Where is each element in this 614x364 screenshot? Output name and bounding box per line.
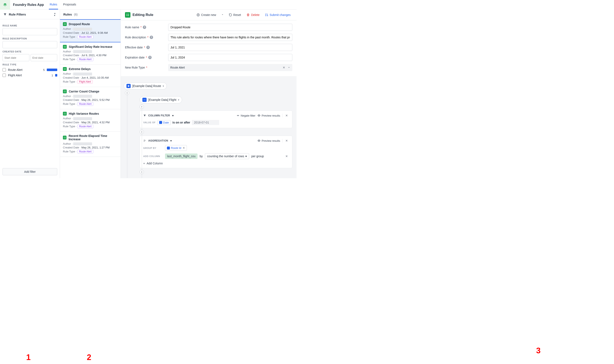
add-column-button[interactable]: + Add Column [143,162,163,165]
group-by-label: GROUP BY [143,147,162,149]
input-effective-date[interactable] [168,44,292,51]
rule-icon [63,112,67,116]
filter-end-date[interactable] [31,54,57,61]
rules-list: Dropped Route Author · Created Date · Ju… [60,19,121,178]
close-icon[interactable]: ✕ [285,139,289,142]
child-object-pill[interactable]: [Example Data] Flight ▾ [140,96,182,103]
svg-rect-7 [65,47,66,47]
step-title: COLUMN FILTER [148,114,170,117]
svg-rect-16 [64,113,65,113]
tab-proposals[interactable]: Proposals [62,0,77,9]
create-new-dropdown[interactable] [220,12,225,17]
delete-button[interactable]: Delete [245,12,261,17]
chevron-down-icon[interactable]: ▾ [170,139,172,142]
operator-text[interactable]: is on or after [172,121,190,124]
close-icon[interactable]: ✕ [285,114,289,117]
filter-option-flight-alert[interactable]: Flight Alert 1 [2,73,57,78]
filters-panel: Rule Filters RULE NAME RULE DESCRIPTION … [0,10,60,178]
select-new-rule-type[interactable]: Route Alert ✕ [168,64,292,71]
root-object-pill[interactable]: [Example Data] Route ▾ [124,82,167,90]
submit-changes-button[interactable]: Submit changes [263,12,292,17]
value-of-label: VALUE OF [143,121,156,124]
input-rule-name[interactable] [168,24,292,31]
help-icon[interactable]: ? [146,46,150,49]
type-label: Rule Type [63,35,75,38]
created-label: Created Date [63,121,79,124]
top-bar: Foundry Rules App Rules Proposals [0,0,297,10]
input-rule-description[interactable] [168,34,292,41]
aggregation-method-select[interactable]: counting the number of rows ▾ [205,153,249,159]
created-value: Jul 9, 2021, 4:30 PM [81,54,106,57]
label-rule-name: Rule name [125,26,139,29]
rule-item[interactable]: Dropped Route Author · Created Date · Ju… [60,19,121,42]
filter-option-label: Route Alert [8,68,41,72]
created-value: May 28, 2021, 5:52 PM [81,98,109,102]
plus-icon: + [143,162,145,165]
negate-filter-button[interactable]: Negate filter [236,114,255,117]
help-icon[interactable]: ? [148,56,152,59]
remove-icon[interactable]: ✕ [183,146,185,150]
collapse-icon[interactable] [53,13,56,16]
label-new-rule-type: New Rule Type [125,66,145,69]
created-label: Created Date [63,76,79,79]
chevron-down-icon[interactable]: ▾ [172,114,174,117]
rule-item[interactable]: Extreme Delays Author · Created Date · J… [60,65,121,87]
filter-label-rule-name: RULE NAME [2,24,57,27]
rule-type-tag: Route Alert [77,125,93,128]
column-name-input[interactable] [165,154,197,159]
filter-option-count: 5 [43,68,45,72]
tab-rules[interactable]: Rules [49,0,58,9]
rule-title: Significant Delay Rate Increase [69,45,112,48]
help-icon[interactable]: ? [150,36,153,39]
svg-rect-18 [65,113,66,113]
field-chip[interactable]: Date [157,120,171,125]
input-expiration-date[interactable] [168,54,292,61]
author-label: Author [63,142,71,145]
filter-icon [143,114,146,117]
svg-point-31 [267,15,268,16]
clear-icon[interactable]: ✕ [283,66,285,69]
rule-icon [63,22,67,26]
help-icon[interactable]: ? [143,26,146,29]
author-redacted [73,50,92,53]
rule-item[interactable]: High Variance Routes Author · Created Da… [60,109,121,132]
preview-results-button[interactable]: Preview results [258,114,280,117]
created-label: Created Date [63,54,79,57]
author-redacted [73,28,92,31]
filter-value[interactable]: 2018-07-01 [192,120,219,125]
filter-option-route-alert[interactable]: Route Alert 5 [2,67,57,73]
rule-item[interactable]: Recent Route Elapsed Time Increase Autho… [60,132,121,157]
rule-item[interactable]: Carrier Count Change Author · Created Da… [60,87,121,109]
by-label: by [200,155,203,158]
filter-input-rule-description[interactable] [2,41,57,48]
chevron-down-icon: ▾ [245,155,247,158]
checkbox-flight-alert[interactable] [2,74,6,77]
created-value: May 28, 2021, 4:32 PM [81,121,109,124]
checkbox-route-alert[interactable] [2,68,6,72]
preview-results-button[interactable]: Preview results [258,139,280,142]
remove-column-icon[interactable]: ✕ [285,155,289,158]
stack-icon [3,3,7,7]
type-label: Rule Type [63,80,75,83]
filters-body: RULE NAME RULE DESCRIPTION CREATED DATE … [0,19,60,166]
filter-input-rule-name[interactable] [2,28,57,35]
reset-button[interactable]: Reset [227,12,243,17]
svg-rect-20 [64,137,65,137]
svg-point-35 [259,140,259,141]
svg-rect-11 [65,69,66,70]
add-filter-button[interactable]: Add filter [2,168,57,175]
group-by-field[interactable]: Route Id ✕ [165,145,187,151]
filter-label-rule-type: RULE TYPE [2,63,57,66]
svg-rect-24 [126,14,128,14]
type-label: Rule Type [63,102,75,105]
filter-start-date[interactable] [2,54,29,61]
rule-item[interactable]: Significant Delay Rate Increase Author ·… [60,42,121,65]
created-value: May 28, 2021, 1:27 PM [81,146,109,149]
create-new-button[interactable]: Create new [195,12,218,17]
svg-rect-27 [128,15,129,16]
rule-title: High Variance Routes [69,112,99,115]
rule-title: Recent Route Elapsed Time Increase [69,134,118,141]
author-redacted [73,142,92,145]
label-effective-date: Effective date [125,46,143,49]
label-expiration-date: Expiration date [125,56,144,59]
